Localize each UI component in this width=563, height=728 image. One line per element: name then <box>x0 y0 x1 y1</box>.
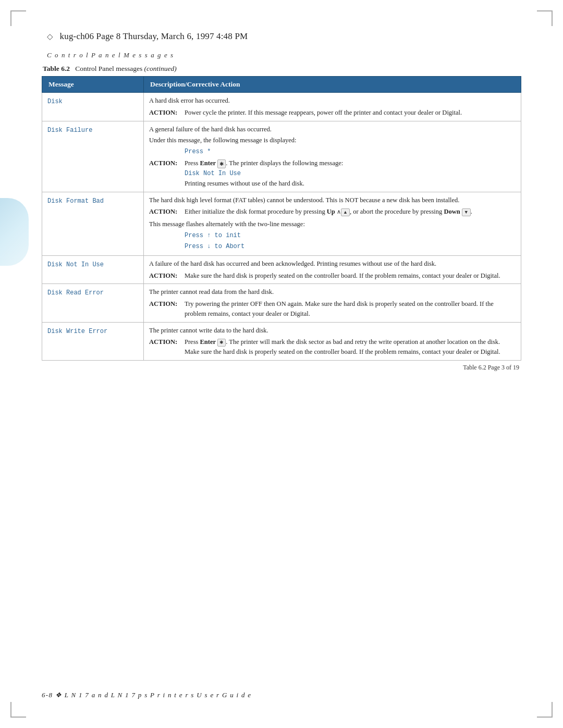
console-line-1: Press ↑ to init <box>149 231 516 240</box>
action-text: Either initialize the disk format proced… <box>185 207 472 217</box>
description-cell: The printer cannot write data to the har… <box>144 322 521 360</box>
desc-sub2: Printing resumes without use of the hard… <box>149 179 516 189</box>
enter-key-icon: ✱ <box>217 159 226 168</box>
corner-mark-br <box>537 702 553 718</box>
table-number: Table 6.2 <box>43 65 70 72</box>
action-text: Press Enter ✱. The printer will mark the… <box>185 337 516 357</box>
message-cell: Disk <box>42 93 144 121</box>
desc-text: The hard disk high level format (FAT tab… <box>149 195 516 205</box>
enter-key-icon: ✱ <box>217 339 226 347</box>
table-title: Control Panel messages (continued) <box>71 65 176 72</box>
action-label: ACTION: <box>149 108 185 118</box>
desc-text: The printer cannot read data from the ha… <box>149 287 516 297</box>
corner-mark-tl <box>10 10 26 26</box>
action-text: Make sure the hard disk is properly seat… <box>185 271 500 281</box>
message-cell: Disk Not In Use <box>42 255 144 284</box>
footer-text: 6-8 ❖ L N 1 7 a n d L N 1 7 p s P r i n … <box>42 691 251 699</box>
action-row: ACTION: Power cycle the printer. If this… <box>149 108 516 118</box>
main-table: Message Description/Corrective Action Di… <box>42 76 521 361</box>
message-cell: Disk Read Error <box>42 284 144 322</box>
table-row: Disk Failure A general failure of the ha… <box>42 121 521 192</box>
table-row: Disk Format Bad The hard disk high level… <box>42 192 521 255</box>
message-cell: Disk Failure <box>42 121 144 192</box>
table-footer: Table 6.2 Page 3 of 19 <box>42 364 521 372</box>
action-label: ACTION: <box>149 337 185 357</box>
page-footer: 6-8 ❖ L N 1 7 a n d L N 1 7 p s P r i n … <box>42 691 521 699</box>
description-cell: A general failure of the hard disk has o… <box>144 121 521 192</box>
action-text: Try powering the printer OFF then ON aga… <box>185 299 516 319</box>
action-label: ACTION: <box>149 207 185 217</box>
action-text: Press Enter ✱. The printer displays the … <box>185 158 343 168</box>
console-line-2: Disk Not In Use <box>149 169 516 178</box>
action-label: ACTION: <box>149 158 185 168</box>
table-row: Disk Write Error The printer cannot writ… <box>42 322 521 360</box>
message-cell: Disk Write Error <box>42 322 144 360</box>
table-row: Disk Not In Use A failure of the hard di… <box>42 255 521 284</box>
desc-text: A hard disk error has occurred. <box>149 96 516 106</box>
action-label: ACTION: <box>149 271 185 281</box>
console-line-1: Press * <box>149 147 516 156</box>
description-cell: The printer cannot read data from the ha… <box>144 284 521 322</box>
description-cell: A hard disk error has occurred. ACTION: … <box>144 93 521 121</box>
message-cell: Disk Format Bad <box>42 192 144 255</box>
col-header-message: Message <box>42 77 144 93</box>
description-cell: A failure of the hard disk has occurred … <box>144 255 521 284</box>
corner-mark-tr <box>537 10 553 26</box>
description-cell: The hard disk high level format (FAT tab… <box>144 192 521 255</box>
table-caption: Table 6.2 Control Panel messages (contin… <box>42 65 521 73</box>
desc-text: A general failure of the hard disk has o… <box>149 125 516 134</box>
desc-sub: This message flashes alternately with th… <box>149 219 516 229</box>
section-title: C o n t r o l P a n e l M e s s a g e s <box>42 51 521 59</box>
col-header-description: Description/Corrective Action <box>144 77 521 93</box>
action-text: Power cycle the printer. If this message… <box>185 108 462 118</box>
table-row: Disk A hard disk error has occurred. ACT… <box>42 93 521 121</box>
down-key-icon: ▼ <box>462 208 471 217</box>
desc-text: The printer cannot write data to the har… <box>149 326 516 336</box>
action-row: ACTION: Press Enter ✱. The printer displ… <box>149 158 516 168</box>
console-line-2: Press ↓ to Abort <box>149 242 516 251</box>
up-key-icon: ▲ <box>341 208 350 217</box>
action-row: ACTION: Try powering the printer OFF the… <box>149 299 516 319</box>
page: ◇ kug-ch06 Page 8 Thursday, March 6, 199… <box>0 0 563 728</box>
sidebar-decoration <box>0 198 29 266</box>
page-header: ◇ kug-ch06 Page 8 Thursday, March 6, 199… <box>42 31 521 42</box>
table-row: Disk Read Error The printer cannot read … <box>42 284 521 322</box>
desc-text: A failure of the hard disk has occurred … <box>149 259 516 269</box>
action-row: ACTION: Make sure the hard disk is prope… <box>149 271 516 281</box>
diamond-icon: ◇ <box>47 32 53 41</box>
action-label: ACTION: <box>149 299 185 319</box>
corner-mark-bl <box>10 702 26 718</box>
action-row: ACTION: Press Enter ✱. The printer will … <box>149 337 516 357</box>
action-row: ACTION: Either initialize the disk forma… <box>149 207 516 217</box>
desc-sub: Under this message, the following messag… <box>149 135 516 145</box>
page-header-text: kug-ch06 Page 8 Thursday, March 6, 1997 … <box>60 31 248 41</box>
